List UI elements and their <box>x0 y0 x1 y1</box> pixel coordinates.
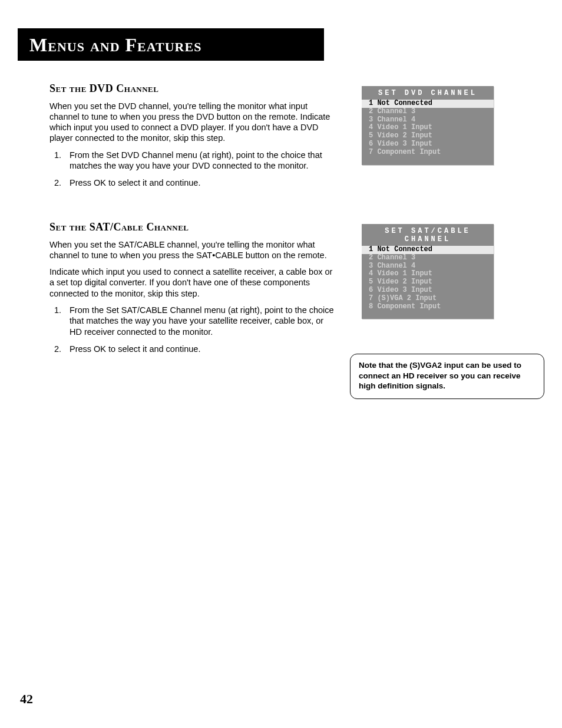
sat-menu-item[interactable]: 5 Video 2 Input <box>362 278 494 286</box>
sat-menu-item-selected[interactable]: 1 Not Connected <box>362 246 494 254</box>
dvd-menu-item-selected[interactable]: 1 Not Connected <box>362 100 494 108</box>
dvd-menu-box: SET DVD CHANNEL 1 Not Connected 2 Channe… <box>362 86 494 165</box>
sat-paragraph-1: When you set the SAT/CABLE channel, you'… <box>49 239 338 261</box>
dvd-paragraph: When you set the DVD channel, you're tel… <box>49 101 338 144</box>
page-container: Menus and Features Set the DVD Channel W… <box>0 0 562 728</box>
sat-menu-item[interactable]: 6 Video 3 Input <box>362 286 494 295</box>
sat-menu-box: SET SAT/CABLE CHANNEL 1 Not Connected 2 … <box>362 224 494 319</box>
dvd-menu-item[interactable]: 7 Component Input <box>362 149 494 157</box>
sat-menu-item[interactable]: 7 (S)VGA 2 Input <box>362 295 494 303</box>
dvd-steps: From the Set DVD Channel menu (at right)… <box>49 150 338 189</box>
dvd-step-1: From the Set DVD Channel menu (at right)… <box>64 150 338 172</box>
sat-section: Set the SAT/Cable Channel When you set t… <box>49 221 338 361</box>
dvd-menu-header: SET DVD CHANNEL <box>362 86 494 100</box>
note-text: Note that the (S)VGA2 input can be used … <box>359 361 521 390</box>
sat-menu-item[interactable]: 3 Channel 4 <box>362 262 494 271</box>
sat-paragraph-2: Indicate which input you used to connect… <box>49 266 338 298</box>
dvd-section: Set the DVD Channel When you set the DVD… <box>49 83 338 195</box>
sat-menu-item[interactable]: 8 Component Input <box>362 303 494 311</box>
dvd-step-2: Press OK to select it and continue. <box>64 177 338 189</box>
title-bar: Menus and Features <box>18 28 324 61</box>
dvd-menu-item[interactable]: 6 Video 3 Input <box>362 140 494 149</box>
sat-step-1: From the Set SAT/CABLE Channel menu (at … <box>64 305 338 338</box>
sat-menu-item[interactable]: 4 Video 1 Input <box>362 270 494 278</box>
page-title: Menus and Features <box>29 34 312 56</box>
dvd-menu-item[interactable]: 4 Video 1 Input <box>362 124 494 132</box>
sat-heading: Set the SAT/Cable Channel <box>49 221 338 233</box>
dvd-menu-item[interactable]: 3 Channel 4 <box>362 116 494 124</box>
sat-step-2: Press OK to select it and continue. <box>64 344 338 355</box>
page-number: 42 <box>20 691 33 707</box>
dvd-menu-item[interactable]: 2 Channel 3 <box>362 108 494 116</box>
sat-menu-header: SET SAT/CABLE CHANNEL <box>362 224 494 246</box>
dvd-heading: Set the DVD Channel <box>49 83 338 95</box>
sat-menu-item[interactable]: 2 Channel 3 <box>362 254 494 262</box>
dvd-menu-item[interactable]: 5 Video 2 Input <box>362 132 494 140</box>
sat-steps: From the Set SAT/CABLE Channel menu (at … <box>49 305 338 355</box>
note-box: Note that the (S)VGA2 input can be used … <box>350 354 544 399</box>
